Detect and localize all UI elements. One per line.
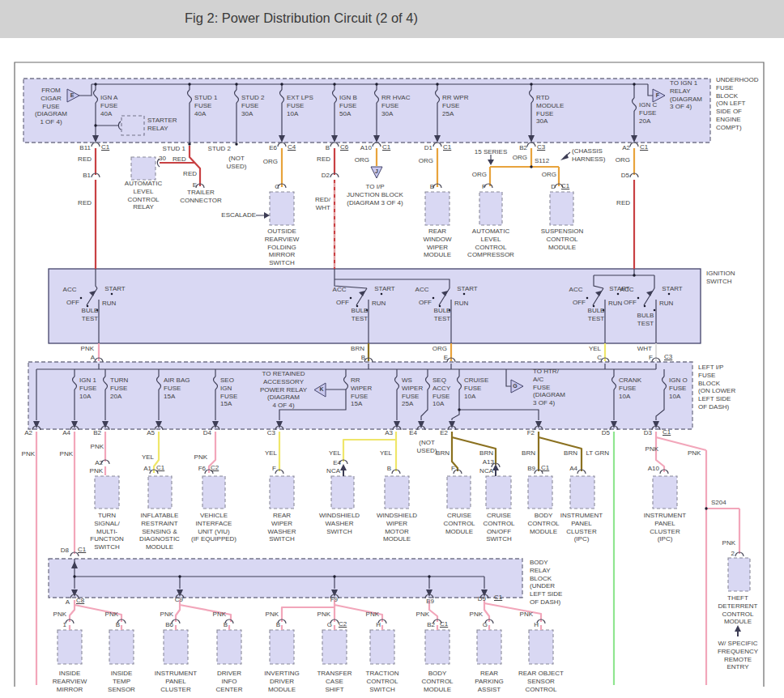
out1-wire: PNK (81, 345, 94, 353)
wiring-diagram-page: Fig 2: Power Distribution Circuit (2 of … (0, 0, 784, 698)
bcm-label: BODY CONTROL MODULE (527, 512, 559, 535)
bcm-wire: BRN (522, 449, 535, 458)
fuse-ign-a: IGN A FUSE 40A (100, 94, 117, 117)
fuse-ign-c: IGN C FUSE 20A (639, 101, 657, 125)
body-relay-in-ref: C1 (78, 546, 86, 554)
a4-wire-pnk: PNK (60, 450, 73, 458)
triangle-j-label: J (375, 168, 378, 176)
fuse-rtd: RTD MODULE FUSE 30A (536, 94, 564, 126)
to-ign1-relay-label: TO IGN 1 RELAY (DIAGRAM 3 OF 4) (670, 79, 702, 111)
trailer-connector-label: TRAILER CONNECTOR (180, 189, 221, 205)
sw5-acc: ACC (620, 286, 634, 294)
ip-out-a4: A4 (62, 429, 70, 437)
ip-fuse-ws-wiper: WS WIPER FUSE 25A (402, 377, 423, 408)
inside-rearview-mirror-label: INSIDE REARVIEW MIRROR (53, 670, 87, 693)
bm5-pin: B (276, 621, 280, 629)
out4-wire: YEL (589, 345, 601, 353)
ws-washer-label: WINDSHIELD WASHER SWITCH (319, 512, 360, 535)
conn-d2: D2 (322, 172, 330, 180)
ign-c-wire-org: ORG (616, 156, 630, 164)
bm8-pin: B2 (427, 621, 435, 629)
ip-out-a5: A5 (147, 429, 155, 437)
conn-c1-ign-a: C1 (101, 143, 109, 151)
bm2-pin: B (116, 621, 120, 629)
ip-fuse-cruise: CRUISE FUSE 10A (464, 377, 488, 400)
bm10-wire: PNK (520, 611, 533, 619)
ws-motor-label: WINDSHIELD WIPER MOTOR MODULE (377, 512, 417, 543)
fuse-ext-lps: EXT LPS FUSE 10A (287, 94, 313, 117)
driver-info-center-label: DRIVER INFO CENTER (216, 670, 243, 693)
body-relay-label: BODY RELAY BLOCK (UNDER LEFT SIDE OF DAS… (530, 559, 562, 606)
theft-module-label: THEFT DETERRENT CONTROL MODULE (718, 594, 758, 626)
out2-wire: BRN (351, 345, 364, 353)
ip-fuse-airbag: AIR BAG FUSE 15A (164, 377, 190, 400)
ipc2-label: INSTRUMENT PANEL CLUSTER (IPC) (644, 512, 686, 543)
cruise-mod-pin: F (451, 465, 455, 473)
transfer-case-shift-label: TRANSFER CASE SHIFT (317, 670, 352, 693)
airbag-pin: A1 (143, 465, 151, 473)
mirror-switch-label: OUTSIDE REARVIEW FOLDING MIRROR SWITCH (265, 228, 300, 267)
conn-b: B (326, 144, 330, 152)
chassis-harness-note: (CHASSIS HARNESS) (572, 147, 605, 164)
ip-fuse-ign1: IGN 1 FUSE 10A (79, 377, 96, 400)
sw2-start: START (374, 285, 394, 293)
mirror-pin-c: C (275, 183, 279, 191)
airbag-wire: YEL (142, 453, 154, 462)
turn-conn-a2: A2 (95, 459, 103, 467)
triangle-g-label: G (513, 383, 517, 390)
inverting-driver-module-label: INVERTING DRIVER MODULE (264, 670, 299, 693)
br-out-c8: C8 (76, 597, 84, 605)
br-out-d9-ref: C1 (494, 594, 502, 602)
out5-ref-c3: C3 (664, 353, 672, 361)
br-out-d9: D9 (478, 595, 486, 603)
cigar-fuse-source-label: FROM CIGAR FUSE (DIAGRAM 1 OF 4) (35, 87, 67, 126)
rtd-wire-org-3: ORG (542, 171, 556, 179)
conn-d1: D1 (424, 144, 432, 152)
body-relay-in-pin: D8 (61, 547, 69, 555)
ip-out-d5: D5 (602, 429, 610, 437)
cruise-sw-pin: A13 (483, 458, 494, 466)
bm3-pin: B6 (165, 621, 173, 629)
sw1-run: RUN (102, 300, 116, 308)
cruise-mod-wire: BRN (436, 449, 450, 458)
ign-c-wire-red: RED (616, 199, 630, 207)
conn-b11: B11 (79, 144, 91, 152)
turn-wire-1: PNK (91, 443, 104, 451)
ipc1-pin: A4 (569, 465, 577, 473)
ws-washer-pin: E4 (333, 459, 341, 467)
viu-pin: F6 (198, 465, 206, 473)
body-control-module-label: BODY CONTROL MODULE (421, 670, 453, 693)
conn-a10: A10 (360, 144, 372, 152)
ignition-switch-label: IGNITION SWITCH (706, 270, 735, 286)
sw3-acc: ACC (415, 286, 429, 294)
out3-pin: E (444, 354, 448, 362)
out5-wire: WHT (637, 345, 652, 353)
sw3-start: START (457, 285, 477, 293)
underhood-block-label: UNDERHOOD FUSE BLOCK (ON LEFT SIDE OF EN… (716, 76, 758, 131)
triangle-e-label: E (70, 92, 75, 100)
bm4-wire: PNK (213, 611, 226, 619)
out1-pin: A (91, 354, 95, 362)
escalade-note: ESCALADE (221, 211, 256, 219)
br-out-e9: E9 (426, 598, 434, 606)
ws-motor-pin: B (387, 465, 391, 473)
br-out-a: A (66, 598, 70, 606)
viu-ref: C2 (211, 464, 219, 472)
airbag-ref: C1 (156, 464, 164, 472)
bm6-pin: G (327, 621, 332, 629)
rear-washer-pin: F (272, 465, 276, 473)
rtd-wire-org-1: ORG (513, 154, 527, 162)
ip-out-d3-ref: C1 (663, 428, 671, 436)
ipc2-wire: PNK (646, 445, 658, 453)
conn-b1: B1 (83, 172, 91, 180)
inflatable-restraint-label: INFLATABLE RESTRAINT SENSING & DIAGNOSTI… (139, 512, 180, 551)
alc-relay-label: AUTOMATIC LEVEL CONTROL RELAY (125, 180, 162, 211)
bm7-wire: PNK (366, 611, 379, 619)
conn-c1-rr-wpr: C1 (443, 143, 451, 151)
sw1-start: START (104, 285, 125, 293)
sw5-bulb-test: BULB TEST (637, 312, 654, 328)
rear-parking-assist-label: REAR PARKING ASSIST (475, 670, 503, 693)
starter-relay-label: STARTER RELAY (147, 117, 177, 133)
bm6-wire: PNK (317, 611, 330, 619)
sw5-off: OFF (624, 299, 637, 307)
